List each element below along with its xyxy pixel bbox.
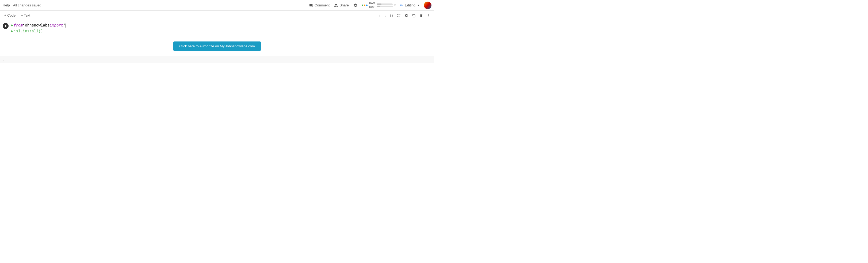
text-cursor [65,24,66,28]
code-cell-header: ▶ from johnsnowlabs import * ▶ jsl.insta… [0,20,434,37]
delete-cell-button[interactable] [418,13,424,18]
copy-icon [412,13,416,18]
settings-button[interactable] [353,3,358,7]
toolbar-row: + Code + Text ↑ ↓ ⛓ ⋮ [0,11,434,20]
keyword-import: import [50,23,63,28]
ram-label: RAM [369,2,375,5]
disk-label: Disk [369,5,375,9]
top-bar-left: Help All changes saved [3,3,41,7]
share-icon [334,3,338,7]
add-cell-row[interactable]: ... [0,56,434,63]
import-star: * [63,23,65,28]
copy-cell-button[interactable] [411,13,417,18]
ram-bar [377,3,393,5]
gear-icon [353,3,358,7]
help-link[interactable]: Help [3,3,10,7]
cell-settings-button[interactable] [403,13,409,18]
authorize-button[interactable]: Click here to Authorize on My.Johnsnowla… [173,41,260,51]
link-icon: ⛓ [390,13,393,18]
top-bar: Help All changes saved Comment Share RAM [0,0,434,11]
comment-label: Comment [315,3,330,7]
share-label: Share [339,3,349,7]
line-arrow-1: ▶ [11,23,13,28]
chevron-up-icon: ▲ [417,4,420,7]
disk-bar [377,6,393,7]
expand-icon [397,13,401,18]
run-cell-button[interactable] [3,23,8,29]
dot-blue [366,4,368,6]
main-content: ▶ from johnsnowlabs import * ▶ jsl.insta… [0,20,434,132]
editing-mode-button[interactable]: ✏ Editing ▲ [400,3,420,7]
resource-bars [377,3,393,7]
jsl-install: jsl.install() [13,28,43,34]
code-editor[interactable]: ▶ from johnsnowlabs import * ▶ jsl.insta… [8,23,431,34]
saved-status: All changes saved [13,3,41,7]
add-text-button[interactable]: + Text [19,12,32,18]
dot-green [362,4,363,6]
code-line-2: ▶ jsl.install() [11,28,429,34]
ram-bar-fill [377,3,381,5]
code-line-1: ▶ from johnsnowlabs import * [11,23,429,28]
dot-orange [364,4,365,6]
cell-settings-icon [404,13,408,18]
code-cell: ▶ from johnsnowlabs import * ▶ jsl.insta… [0,20,434,56]
move-down-button[interactable]: ↓ [383,13,387,18]
expand-button[interactable] [396,13,402,18]
play-icon [5,25,7,27]
cell-toolbar: ↑ ↓ ⛓ ⋮ [378,13,431,18]
share-button[interactable]: Share [334,3,349,7]
toolbar-left: + Code + Text [3,12,32,18]
more-options-button[interactable]: ⋮ [426,13,431,18]
empty-canvas [0,63,434,132]
arrow-down-icon: ↓ [384,13,386,18]
keyword-from: from [13,23,23,28]
comment-button[interactable]: Comment [309,3,330,7]
delete-icon [420,13,423,18]
pencil-icon: ✏ [400,3,403,7]
link-button[interactable]: ⛓ [389,13,394,18]
vertical-dots-icon: ⋮ [427,13,430,18]
resource-dots [362,4,368,6]
add-code-button[interactable]: + Code [3,12,17,18]
comment-icon [309,3,313,7]
user-avatar[interactable] [424,2,431,9]
move-up-button[interactable]: ↑ [378,13,382,18]
top-bar-right: Comment Share RAM Disk [309,2,431,9]
arrow-up-icon: ↑ [379,13,381,18]
module-name: johnsnowlabs [23,23,50,28]
disk-bar-fill [377,6,380,7]
line-arrow-2: ▶ [11,29,13,34]
cell-output: Click here to Authorize on My.Johnsnowla… [0,37,434,56]
resource-bar: RAM Disk ▾ [362,2,396,9]
editing-label: Editing [405,3,415,7]
resource-labels: RAM Disk [369,2,375,9]
resource-dropdown[interactable]: ▾ [394,3,396,7]
